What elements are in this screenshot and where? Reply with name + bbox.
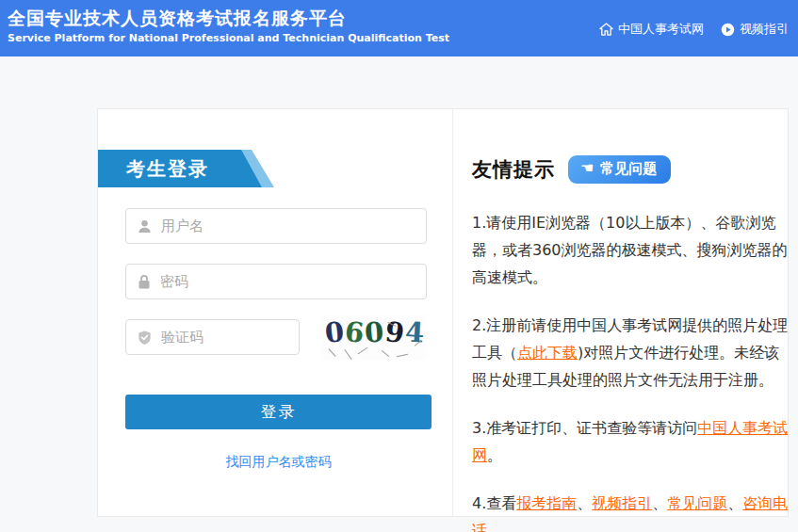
captcha-scratch-line xyxy=(397,354,408,357)
tip-item: 3.准考证打印、证书查验等请访问中国人事考试网。 xyxy=(472,414,792,469)
nav-link-video-guide[interactable]: 视频指引 xyxy=(721,21,789,38)
tip-text: 1.请使用IE浏览器（10以上版本）、谷歌浏览器，或者360浏览器的极速模式、搜… xyxy=(472,214,788,286)
password-field-wrap xyxy=(125,264,427,299)
tip-text: 。 xyxy=(487,522,502,532)
tip-text: 、 xyxy=(727,494,742,512)
user-icon xyxy=(137,218,153,234)
app-header: 全国专业技术人员资格考试报名服务平台 Service Platform for … xyxy=(0,0,798,56)
page-title: 全国专业技术人员资格考试报名服务平台 xyxy=(8,7,449,29)
header-nav: 中国人事考试网 视频指引 xyxy=(599,21,789,38)
username-field-wrap xyxy=(125,208,427,244)
tip-text: 、 xyxy=(577,494,592,512)
nav-link-cpta[interactable]: 中国人事考试网 xyxy=(599,21,704,38)
username-input[interactable] xyxy=(161,218,426,234)
login-button[interactable]: 登录 xyxy=(125,395,432,429)
play-icon xyxy=(721,23,735,37)
tip-link[interactable]: 点此下载 xyxy=(517,344,578,362)
tip-text: 、 xyxy=(652,494,667,512)
pointing-hand-icon: ☚ xyxy=(580,161,594,176)
tip-text: 。 xyxy=(487,446,502,464)
captcha-scratch-line xyxy=(344,349,351,360)
captcha-field-wrap xyxy=(125,319,300,355)
captcha-image[interactable]: 06094 xyxy=(321,314,427,360)
nav-link-label: 中国人事考试网 xyxy=(618,21,704,38)
tip-item: 1.请使用IE浏览器（10以上版本）、谷歌浏览器，或者360浏览器的极速模式、搜… xyxy=(472,209,792,291)
faq-button-label: 常见问题 xyxy=(600,160,657,178)
tip-link[interactable]: 常见问题 xyxy=(667,494,727,512)
login-panel: 考生登录 06094 xyxy=(98,109,453,516)
tips-list: 1.请使用IE浏览器（10以上版本）、谷歌浏览器，或者360浏览器的极速模式、搜… xyxy=(472,209,792,532)
tip-link[interactable]: 视频指引 xyxy=(592,494,652,512)
login-panel-title: 考生登录 xyxy=(126,150,209,187)
captcha-code: 06094 xyxy=(325,316,425,348)
tip-item: 2.注册前请使用中国人事考试网提供的照片处理工具（点此下载)对照片文件进行处理。… xyxy=(472,312,792,394)
home-icon xyxy=(599,23,613,36)
captcha-scratch-line xyxy=(382,350,389,357)
nav-link-label: 视频指引 xyxy=(740,21,789,38)
tip-item: 4.查看报考指南、视频指引、常见问题、咨询电话。 xyxy=(472,490,792,532)
tip-text: 4.查看 xyxy=(472,494,516,512)
recover-credentials-link[interactable]: 找回用户名或密码 xyxy=(125,454,432,471)
tip-text: 3.准考证打印、证书查验等请访问 xyxy=(472,419,697,437)
page-subtitle: Service Platform for National Profession… xyxy=(8,32,449,44)
lock-icon xyxy=(137,274,152,290)
captcha-digit: 0 xyxy=(364,315,386,348)
login-banner: 考生登录 xyxy=(98,150,286,187)
tips-panel: 友情提示 ☚ 常见问题 1.请使用IE浏览器（10以上版本）、谷歌浏览器，或者3… xyxy=(454,109,789,516)
tips-heading: 友情提示 xyxy=(472,156,555,183)
tip-link[interactable]: 报考指南 xyxy=(516,494,577,512)
tips-header: 友情提示 ☚ 常见问题 xyxy=(472,155,789,184)
main-card: 考生登录 06094 xyxy=(97,108,789,517)
password-input[interactable] xyxy=(160,273,426,290)
header-titles: 全国专业技术人员资格考试报名服务平台 Service Platform for … xyxy=(8,7,449,44)
captcha-scratch-line xyxy=(328,348,335,357)
captcha-digit: 9 xyxy=(383,315,407,349)
faq-button[interactable]: ☚ 常见问题 xyxy=(568,155,671,184)
shield-check-icon xyxy=(137,330,153,346)
captcha-input[interactable] xyxy=(161,329,299,346)
